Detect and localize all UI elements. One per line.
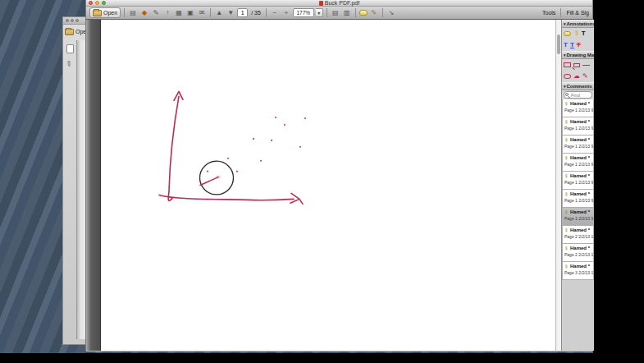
comment-item[interactable]: ✎Hamed *Page 1 2/2/13 9:5	[562, 117, 594, 136]
comment-meta: Page 1 2/2/13 9:5	[564, 108, 592, 113]
window-minimize-button[interactable]	[71, 19, 74, 22]
previous-page-icon[interactable]: ▲	[214, 8, 224, 18]
window-zoom-button[interactable]	[75, 19, 79, 22]
comment-author: Hamed *	[570, 227, 590, 232]
window-title: Buck PDF.pdf	[86, 0, 592, 7]
sketch-drawing[interactable]	[101, 20, 555, 351]
stamp-icon[interactable]: ◆	[139, 8, 149, 18]
insert-text-tool-icon[interactable]: T	[564, 41, 568, 49]
sticky-note-tool-icon[interactable]	[564, 31, 571, 36]
line-tool-icon[interactable]	[582, 65, 590, 66]
toolbar-separator	[266, 8, 267, 17]
vertical-scrollbar[interactable]	[555, 20, 561, 351]
toolbar-separator	[382, 8, 383, 17]
cloud-tool-icon[interactable]: ☁	[573, 72, 580, 80]
pdf-app-window: Buck PDF.pdf Open ▤ ◆ ✎ ↑ ▦ ▣ ✉ ▲ ▼ / 35…	[85, 0, 593, 352]
zoom-level-value[interactable]: 177%	[293, 8, 314, 17]
next-page-icon[interactable]: ▼	[226, 8, 235, 18]
oval-tool-icon[interactable]	[564, 74, 571, 79]
annotations-section-header[interactable]: ▾Annotations	[562, 20, 594, 28]
tools-button[interactable]: Tools	[542, 10, 555, 16]
titlebar: Buck PDF.pdf	[86, 0, 592, 7]
comment-item[interactable]: ✎Hamed *Page 1 2/2/13 9:5	[562, 172, 594, 190]
sign-document-icon[interactable]: ✎	[151, 8, 161, 18]
background-window-titlebar	[63, 17, 88, 25]
toolbar-separator	[560, 8, 561, 17]
annotation-tools-row: ✎ T	[562, 28, 594, 39]
comments-list: ✎Hamed *Page 1 2/2/13 9:5✎Hamed *Page 1 …	[562, 99, 594, 351]
replace-text-tool-icon[interactable]: T	[570, 41, 574, 49]
scrollbar-thumb[interactable]	[557, 34, 560, 54]
comment-pane: ▾Annotations ✎ T T T T ▾Drawing Ma	[561, 20, 594, 351]
comment-item[interactable]: ✎Hamed *Page 1 2/2/13 9:5	[562, 208, 594, 226]
open-button-label: Open	[103, 10, 117, 16]
scrolling-view-icon[interactable]: ▥	[342, 8, 352, 18]
toolbar-separator	[124, 8, 125, 17]
rectangle-tool-icon[interactable]	[564, 62, 571, 67]
comment-item[interactable]: ✎Hamed *Page 1 2/2/13 9:5	[562, 99, 594, 117]
comment-meta: Page 2 2/2/13 10:	[564, 234, 592, 239]
open-button-background[interactable]: Open	[63, 25, 88, 39]
toolbar-separator	[355, 8, 356, 17]
comments-section-header[interactable]: ▾Comments	[562, 82, 594, 90]
toolbar-separator	[210, 8, 211, 17]
pencil-tool-icon[interactable]: ✎	[582, 72, 588, 80]
comment-item[interactable]: ✎Hamed *Page 1 2/2/13 9:5	[562, 136, 594, 154]
save-icon[interactable]: ▦	[174, 8, 184, 18]
comment-author: Hamed *	[570, 246, 590, 250]
callout-tool-icon[interactable]	[573, 63, 580, 67]
comment-search-box[interactable]	[564, 91, 592, 99]
pencil-icon: ✎	[563, 154, 569, 162]
pdf-file-icon	[319, 1, 323, 6]
fullscreen-icon[interactable]: ↘	[386, 8, 396, 18]
pencil-icon: ✎	[563, 209, 569, 216]
comment-search-row	[562, 90, 594, 99]
folder-icon	[65, 29, 74, 35]
comment-meta: Page 2 2/2/13 10:	[564, 252, 592, 257]
pencil-icon[interactable]: ✎	[64, 59, 74, 70]
pencil-icon: ✎	[563, 118, 569, 126]
comment-item[interactable]: ✎Hamed *Page 2 2/2/13 10:	[562, 226, 594, 244]
comment-author: Hamed *	[570, 209, 590, 214]
sign-pen-icon[interactable]: ✎	[369, 8, 379, 18]
fill-sign-button[interactable]: Fill & Sig	[566, 10, 589, 16]
email-icon[interactable]: ✉	[197, 8, 207, 18]
comment-author: Hamed *	[570, 137, 590, 142]
add-text-tool-icon[interactable]: T	[582, 30, 586, 38]
share-icon[interactable]: ↑	[162, 8, 172, 18]
comment-author: Hamed *	[570, 264, 590, 269]
open-button[interactable]: Open	[89, 7, 121, 18]
window-close-button[interactable]	[66, 19, 69, 22]
zoom-dropdown-icon[interactable]: ▾	[316, 8, 323, 17]
navigation-pane-strip	[86, 20, 101, 351]
search-icon	[565, 93, 569, 96]
create-pdf-icon[interactable]: ▤	[128, 8, 138, 18]
document-page[interactable]	[101, 20, 555, 351]
print-icon[interactable]: ▣	[185, 8, 195, 18]
zoom-in-icon[interactable]: +	[281, 8, 291, 18]
drawing-markups-section-header[interactable]: ▾Drawing Ma	[562, 51, 594, 59]
search-input[interactable]	[571, 92, 594, 98]
page-count-label: / 35	[251, 10, 261, 16]
highlight-tool-icon[interactable]: ✎	[572, 29, 582, 39]
single-page-view-icon[interactable]: ▤	[331, 8, 340, 18]
page-number-input[interactable]	[237, 8, 248, 17]
comment-item[interactable]: ✎Hamed *Page 1 2/2/13 9:5	[562, 154, 594, 172]
screen: Open ✎ Buck PDF.pdf Open ▤ ◆ ✎ ↑ ▦ ▣ ✉	[0, 0, 644, 363]
comment-item[interactable]: ✎Hamed *Page 3 2/2/13 10:	[562, 262, 594, 280]
comment-meta: Page 1 2/2/13 9:5	[564, 162, 592, 167]
strikethrough-tool-icon[interactable]: T	[577, 41, 581, 49]
drawing-tools-row	[562, 59, 594, 71]
window-content: ▾Annotations ✎ T T T T ▾Drawing Ma	[86, 20, 592, 351]
comment-meta: Page 3 2/2/13 10:	[564, 270, 592, 275]
page-thumbnail-icon[interactable]	[66, 44, 74, 53]
toolbar-right: Tools Fill & Sig	[542, 8, 589, 17]
comment-item[interactable]: ✎Hamed *Page 2 2/2/13 10:	[562, 244, 594, 262]
comment-author: Hamed *	[570, 119, 590, 124]
comment-item[interactable]: ✎Hamed *Page 1 2/2/13 9:5	[562, 190, 594, 208]
sticky-note-icon[interactable]	[359, 10, 368, 16]
comment-meta: Page 1 2/2/13 9:5	[564, 198, 592, 203]
zoom-out-icon[interactable]: −	[270, 8, 280, 18]
disclosure-icon: ▾	[564, 84, 566, 89]
folder-icon	[93, 10, 102, 16]
